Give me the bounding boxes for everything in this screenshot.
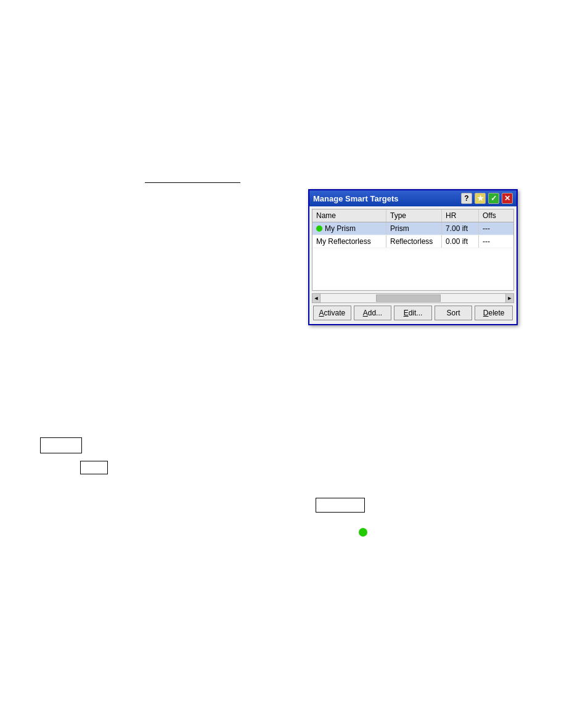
row-offs-text: --- [483,224,490,233]
scroll-track[interactable] [321,293,505,303]
row-name-cell: My Reflectorless [312,235,386,248]
manage-smart-targets-dialog: Manage Smart Targets ? ★ ✓ ✕ Name Type H… [308,189,518,325]
row-name-cell: My Prism [312,222,386,235]
row-offs-cell: --- [479,235,500,248]
row-name-text: My Reflectorless [316,237,371,246]
close-icon[interactable]: ✕ [502,193,513,204]
table-header: Name Type HR Offs [312,209,513,222]
callout-box-2 [80,461,108,474]
table-row[interactable]: My Reflectorless Reflectorless 0.00 ift … [312,235,513,248]
edit-button[interactable]: Edit... [394,306,432,320]
help-icon[interactable]: ? [461,193,472,204]
delete-button[interactable]: Delete [475,306,513,320]
scroll-right-button[interactable]: ► [505,293,514,303]
table-body: My Prism Prism 7.00 ift --- My Refle [312,222,513,290]
row-hr-cell: 0.00 ift [442,235,479,248]
active-dot-icon [316,225,322,232]
sort-button[interactable]: Sort [435,306,473,320]
callout-box-3 [316,498,365,513]
dialog-titlebar: Manage Smart Targets ? ★ ✓ ✕ [309,190,517,206]
table-row[interactable]: My Prism Prism 7.00 ift --- [312,222,513,235]
horizontal-scrollbar[interactable]: ◄ ► [312,293,514,303]
col-header-offs: Offs [479,209,500,222]
row-hr-text: 7.00 ift [446,224,468,233]
targets-table: Name Type HR Offs My Prism Prism [312,209,514,291]
action-buttons: Activate Add... Edit... Sort Delete [312,303,514,322]
row-offs-text: --- [483,237,490,246]
star-icon[interactable]: ★ [475,193,486,204]
titlebar-icons: ? ★ ✓ ✕ [461,193,513,204]
callout-box-1 [40,437,82,453]
dialog-body: Name Type HR Offs My Prism Prism [309,206,517,324]
row-type-text: Prism [390,224,409,233]
activate-button[interactable]: Activate [313,306,351,320]
underline-decoration [145,174,240,183]
row-hr-text: 0.00 ift [446,237,468,246]
green-dot-indicator [359,528,367,537]
scroll-thumb[interactable] [376,294,441,302]
add-button[interactable]: Add... [354,306,392,320]
check-icon[interactable]: ✓ [488,193,499,204]
row-offs-cell: --- [479,222,500,235]
scroll-left-button[interactable]: ◄ [312,293,321,303]
col-header-type: Type [386,209,442,222]
row-hr-cell: 7.00 ift [442,222,479,235]
dialog-title: Manage Smart Targets [313,194,461,203]
col-header-name: Name [312,209,386,222]
row-name-text: My Prism [325,224,356,233]
row-type-cell: Prism [386,222,442,235]
row-type-cell: Reflectorless [386,235,442,248]
row-type-text: Reflectorless [390,237,433,246]
col-header-hr: HR [442,209,479,222]
